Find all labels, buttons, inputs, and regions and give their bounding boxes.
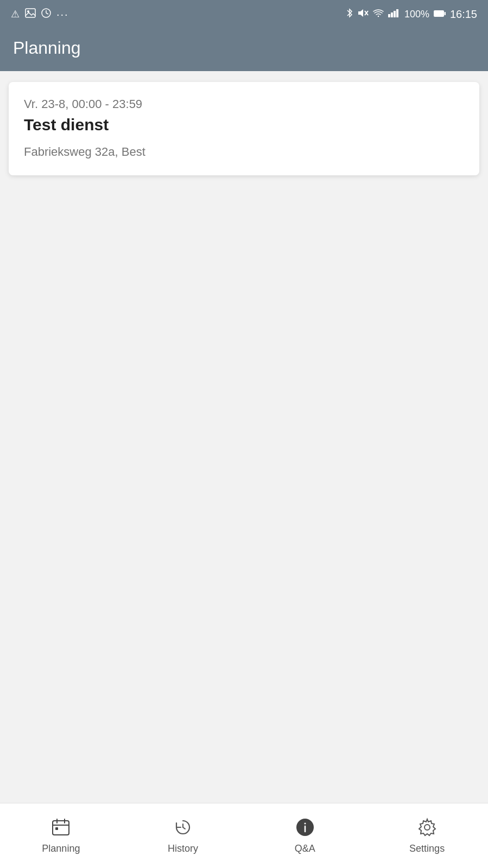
status-time: 16:15 [450, 8, 477, 21]
svg-marker-5 [358, 9, 363, 17]
info-icon [295, 818, 315, 840]
bluetooth-icon [346, 8, 353, 21]
schedule-card[interactable]: Vr. 23-8, 00:00 - 23:59 Test dienst Fabr… [9, 82, 479, 175]
status-bar-right-icons: 100% 16:15 [346, 8, 477, 21]
card-address: Fabrieksweg 32a, Best [24, 145, 464, 159]
svg-rect-11 [396, 9, 398, 17]
nav-item-planning[interactable]: Planning [0, 803, 122, 868]
svg-rect-12 [434, 10, 444, 17]
nav-label-settings: Settings [409, 843, 445, 854]
nav-item-qna[interactable]: Q&A [244, 803, 366, 868]
nav-label-planning: Planning [42, 843, 80, 854]
bottom-nav: Planning History Q&A [0, 803, 488, 868]
warning-icon: ⚠ [11, 8, 20, 20]
svg-point-23 [304, 822, 306, 824]
signal-icon [388, 9, 400, 20]
nav-item-history[interactable]: History [122, 803, 244, 868]
nav-item-settings[interactable]: Settings [366, 803, 488, 868]
battery-icon [434, 9, 446, 20]
history-icon [173, 818, 193, 840]
main-content: Vr. 23-8, 00:00 - 23:59 Test dienst Fabr… [0, 71, 488, 803]
svg-rect-9 [391, 12, 393, 17]
svg-rect-10 [394, 11, 396, 17]
page-title: Planning [13, 38, 475, 58]
card-datetime: Vr. 23-8, 00:00 - 23:59 [24, 97, 464, 111]
svg-rect-14 [53, 821, 69, 835]
more-dots-icon: ··· [56, 8, 69, 21]
status-bar-left-icons: ⚠ ··· [11, 8, 69, 21]
svg-point-24 [424, 825, 430, 830]
status-bar: ⚠ ··· 100% 16:15 [0, 0, 488, 28]
mute-icon [358, 8, 369, 20]
svg-rect-0 [26, 9, 35, 17]
nav-label-qna: Q&A [295, 843, 315, 854]
card-title: Test dienst [24, 116, 464, 134]
svg-rect-18 [55, 827, 58, 830]
nav-label-history: History [168, 843, 198, 854]
app-header: Planning [0, 28, 488, 71]
image-icon [25, 8, 36, 20]
calendar-icon [51, 818, 71, 840]
clock-icon [41, 8, 51, 20]
svg-line-4 [46, 13, 48, 14]
gear-icon [417, 818, 437, 840]
battery-percent: 100% [404, 9, 429, 20]
svg-line-20 [183, 827, 185, 829]
wifi-icon [373, 9, 384, 20]
svg-rect-13 [444, 12, 446, 15]
svg-rect-8 [388, 14, 390, 17]
